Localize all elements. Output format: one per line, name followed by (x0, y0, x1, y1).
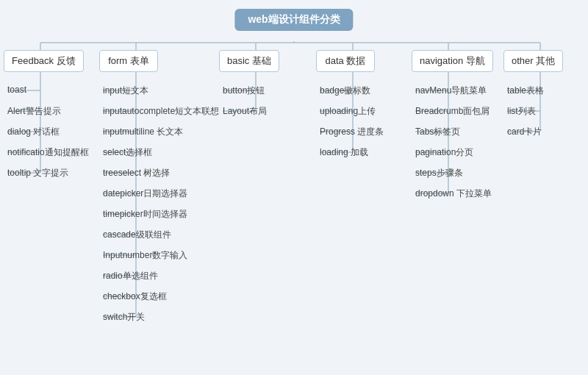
leaf-node: list列表 (507, 105, 536, 118)
leaf-node: Alert警告提示 (7, 105, 61, 118)
leaf-node: inputmultiline 长文本 (103, 126, 183, 138)
leaf-node: Progress 进度条 (320, 126, 384, 138)
leaf-node: Layout布局 (223, 105, 267, 118)
leaf-node: switch开关 (103, 311, 145, 324)
leaf-node: radio单选组件 (103, 270, 158, 282)
category-node-feedback: Feedback 反馈 (4, 50, 84, 72)
leaf-node: dropdown 下拉菜单 (415, 188, 492, 200)
leaf-node: dialog 对话框 (7, 126, 60, 138)
leaf-node: navMenu导航菜单 (415, 85, 487, 97)
leaf-node: steps步骤条 (415, 167, 463, 179)
leaf-node: treeselect 树选择 (103, 167, 170, 179)
leaf-node: card卡片 (507, 126, 542, 138)
leaf-node: datepicker日期选择器 (103, 188, 187, 200)
leaf-node: Tabs标签页 (415, 126, 460, 138)
leaf-node: inputautocomplete短文本联想 (103, 105, 219, 118)
category-node-basic: basic 基础 (219, 50, 279, 72)
leaf-node: pagination分页 (415, 146, 473, 159)
chart-container: web端设计组件分类 Feedback 反馈toastAlert警告提示dial… (0, 0, 588, 375)
category-node-data: data 数据 (316, 50, 375, 72)
leaf-node: loading 加载 (320, 146, 368, 159)
leaf-node: input短文本 (103, 85, 148, 97)
leaf-node: cascade级联组件 (103, 229, 171, 241)
leaf-node: timepicker时间选择器 (103, 208, 187, 221)
leaf-node: uploading上传 (320, 105, 376, 118)
category-node-navigation: navigation 导航 (412, 50, 493, 72)
leaf-node: table表格 (507, 85, 544, 97)
leaf-node: Inputnumber数字输入 (103, 249, 187, 262)
category-node-other: other 其他 (503, 50, 563, 72)
leaf-node: Breadcrumb面包屑 (415, 105, 490, 118)
tree-lines (0, 0, 588, 375)
leaf-node: tooltip 文字提示 (7, 167, 68, 179)
leaf-node: badge徽标数 (320, 85, 370, 97)
leaf-node: select选择框 (103, 146, 152, 159)
leaf-node: toast (7, 85, 26, 95)
leaf-node: button按钮 (223, 85, 265, 97)
leaf-node: notificatio通知提醒框 (7, 146, 89, 159)
category-node-form: form 表单 (99, 50, 158, 72)
leaf-node: checkbox复选框 (103, 290, 167, 303)
root-node: web端设计组件分类 (234, 9, 353, 31)
